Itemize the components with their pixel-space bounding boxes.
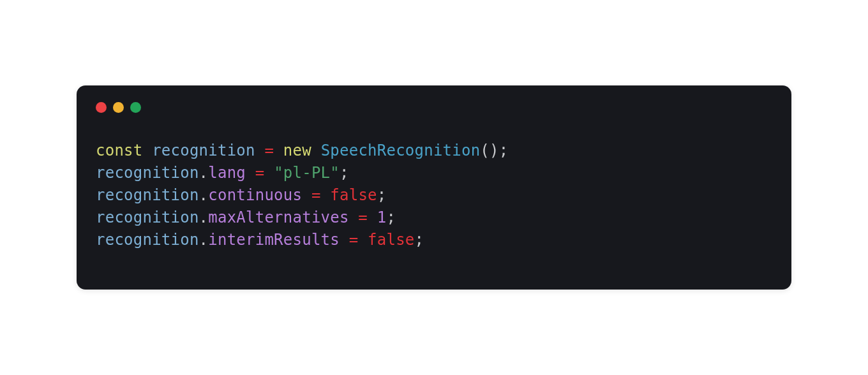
- code-token: ;: [386, 209, 396, 226]
- code-token: interimResults: [208, 231, 340, 249]
- code-token: lang: [208, 164, 246, 182]
- code-token: .: [199, 164, 209, 182]
- code-token: .: [199, 231, 209, 249]
- code-token: ;: [377, 186, 387, 204]
- window-traffic-lights: [96, 102, 772, 113]
- code-token: ;: [415, 231, 424, 249]
- code-editor-window: const recognition = new SpeechRecognitio…: [77, 85, 791, 290]
- maximize-icon[interactable]: [130, 102, 141, 113]
- code-token: false: [330, 186, 377, 204]
- code-token: new: [283, 142, 311, 159]
- code-token: recognition: [96, 209, 199, 226]
- code-token: "pl-PL": [274, 164, 340, 182]
- code-token: recognition: [96, 186, 199, 204]
- code-token: recognition: [96, 164, 199, 182]
- code-token: .: [199, 209, 209, 226]
- code-token: const: [96, 142, 142, 159]
- code-token: =: [349, 231, 359, 249]
- code-token: false: [368, 231, 414, 249]
- code-token: continuous: [208, 186, 302, 204]
- minimize-icon[interactable]: [113, 102, 124, 113]
- code-token: =: [264, 142, 274, 159]
- code-token: =: [358, 209, 368, 226]
- code-block: const recognition = new SpeechRecognitio…: [96, 140, 772, 251]
- code-token: maxAlternatives: [208, 209, 348, 226]
- code-token: =: [311, 186, 321, 204]
- code-token: =: [255, 164, 265, 182]
- code-token: ();: [480, 142, 508, 159]
- code-token: recognition: [152, 142, 255, 159]
- code-token: 1: [377, 209, 387, 226]
- code-token: recognition: [96, 231, 199, 249]
- code-token: ;: [340, 164, 349, 182]
- code-token: SpeechRecognition: [321, 142, 481, 159]
- close-icon[interactable]: [96, 102, 107, 113]
- code-token: .: [199, 186, 209, 204]
